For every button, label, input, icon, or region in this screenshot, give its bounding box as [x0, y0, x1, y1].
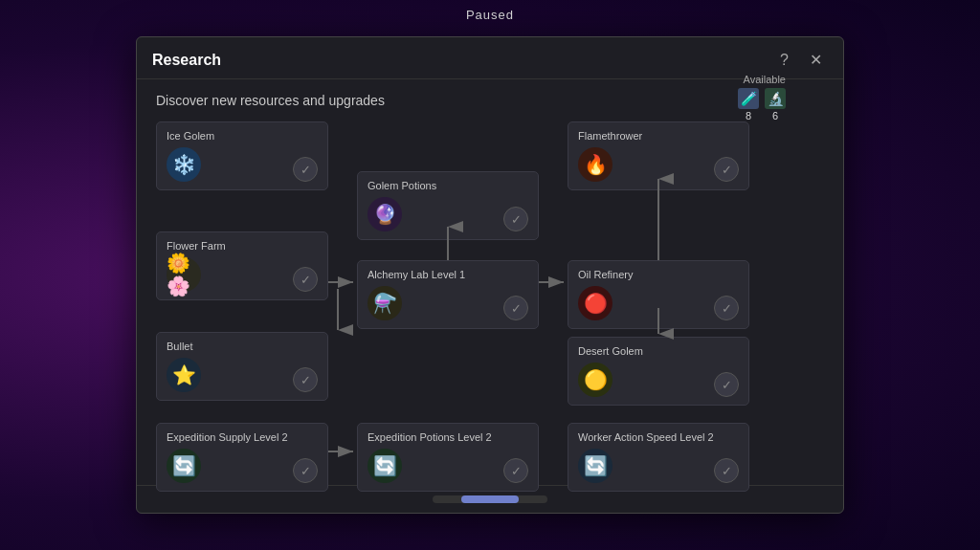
- card-desert-golem-title: Desert Golem: [578, 345, 739, 357]
- card-exp-supply-2-title: Expedition Supply Level 2: [167, 431, 318, 443]
- modal-body: Discover new resources and upgrades Ice …: [137, 79, 843, 485]
- modal-header: Research Available 🧪 8 🔬 6: [137, 37, 843, 79]
- scrollbar-track[interactable]: [433, 495, 547, 503]
- avail-item-1: 🧪 8: [738, 88, 759, 121]
- oil-refinery-check[interactable]: ✓: [714, 296, 739, 320]
- desert-golem-icon: 🟡: [578, 363, 612, 397]
- card-flower-farm-title: Flower Farm: [167, 240, 318, 252]
- available-icons: 🧪 8 🔬 6: [738, 88, 786, 121]
- avail-icon-lab: 🔬: [765, 88, 786, 109]
- card-alchemy-1-content: ⚗️ ✓: [368, 286, 528, 320]
- card-exp-supply-2-content: 🔄 ✓: [167, 449, 318, 483]
- exp-potions-2-check[interactable]: ✓: [503, 458, 528, 483]
- card-oil-refinery-content: 🔴 ✓: [578, 286, 739, 320]
- card-bullet-content: ⭐ ✓: [167, 358, 318, 392]
- research-modal: Research Available 🧪 8 🔬 6: [136, 36, 844, 514]
- card-exp-potions-2: Expedition Potions Level 2 🔄 ✓: [357, 423, 539, 492]
- card-oil-refinery: Oil Refinery 🔴 ✓: [568, 260, 749, 329]
- ice-golem-icon: ❄️: [167, 147, 201, 182]
- card-golem-potions-title: Golem Potions: [368, 180, 528, 191]
- help-button[interactable]: ?: [774, 50, 794, 71]
- desert-golem-check[interactable]: ✓: [714, 372, 739, 397]
- card-flamethrower: Flamethrower 🔥 ✓: [568, 121, 749, 190]
- modal-title: Research: [152, 52, 221, 69]
- exp-potion-icon: 🔄: [368, 449, 402, 483]
- bullet-icon: ⭐: [167, 358, 201, 392]
- discover-text: Discover new resources and upgrades: [156, 93, 824, 108]
- card-flamethrower-content: 🔥 ✓: [578, 147, 739, 182]
- card-alchemy-1: Alchemy Lab Level 1 ⚗️ ✓: [357, 260, 539, 329]
- card-worker-action-2: Worker Action Speed Level 2 🔄 ✓: [568, 423, 749, 492]
- alchemy-icon: ⚗️: [368, 286, 402, 320]
- close-button[interactable]: ✕: [804, 49, 828, 71]
- exp-supply-icon: 🔄: [167, 449, 201, 483]
- modal-overlay: Research Available 🧪 8 🔬 6: [0, 0, 980, 550]
- card-golem-potions: Golem Potions 🔮 ✓: [357, 171, 539, 240]
- alchemy-1-check[interactable]: ✓: [503, 296, 528, 320]
- card-flower-farm-content: 🌼🌸 ✓: [167, 257, 318, 292]
- bullet-check[interactable]: ✓: [293, 367, 318, 392]
- card-exp-potions-2-content: 🔄 ✓: [368, 449, 528, 483]
- flamethrower-icon: 🔥: [578, 147, 612, 182]
- scrollbar-thumb[interactable]: [461, 495, 519, 503]
- oil-refinery-icon: 🔴: [578, 286, 612, 320]
- avail-item-2: 🔬 6: [765, 88, 786, 121]
- ice-golem-check[interactable]: ✓: [293, 157, 318, 182]
- avail-count-1: 8: [746, 110, 751, 121]
- worker-action-icon: 🔄: [578, 449, 612, 483]
- card-bullet-title: Bullet: [167, 341, 318, 352]
- header-actions: Available 🧪 8 🔬 6 ? ✕: [774, 49, 828, 71]
- golem-potion-icon: 🔮: [368, 197, 402, 231]
- card-worker-action-2-content: 🔄 ✓: [578, 449, 739, 483]
- card-ice-golem-content: ❄️ ✓: [167, 147, 318, 182]
- card-exp-potions-2-title: Expedition Potions Level 2: [368, 431, 528, 443]
- avail-count-2: 6: [772, 110, 778, 121]
- flamethrower-check[interactable]: ✓: [714, 157, 739, 182]
- card-flower-farm: Flower Farm 🌼🌸 ✓: [156, 231, 328, 300]
- card-oil-refinery-title: Oil Refinery: [578, 269, 739, 280]
- card-desert-golem: Desert Golem 🟡 ✓: [568, 337, 749, 406]
- flower-icon: 🌼🌸: [167, 257, 201, 292]
- card-desert-golem-content: 🟡 ✓: [578, 363, 739, 397]
- card-worker-action-2-title: Worker Action Speed Level 2: [578, 431, 739, 443]
- card-flamethrower-title: Flamethrower: [578, 130, 739, 142]
- card-bullet: Bullet ⭐ ✓: [156, 332, 328, 401]
- golem-potions-check[interactable]: ✓: [503, 207, 528, 231]
- card-alchemy-1-title: Alchemy Lab Level 1: [368, 269, 528, 280]
- available-label: Available: [744, 74, 786, 85]
- card-ice-golem-title: Ice Golem: [167, 130, 318, 142]
- exp-supply-2-check[interactable]: ✓: [293, 458, 318, 483]
- flower-farm-check[interactable]: ✓: [293, 267, 318, 292]
- available-section: Available 🧪 8 🔬 6: [738, 74, 786, 121]
- worker-action-2-check[interactable]: ✓: [714, 458, 739, 483]
- card-ice-golem: Ice Golem ❄️ ✓: [156, 121, 328, 190]
- research-grid: Ice Golem ❄️ ✓ Flower Farm 🌼🌸 ✓: [156, 121, 824, 475]
- avail-icon-science: 🧪: [738, 88, 759, 109]
- card-exp-supply-2: Expedition Supply Level 2 🔄 ✓: [156, 423, 328, 492]
- card-golem-potions-content: 🔮 ✓: [368, 197, 528, 231]
